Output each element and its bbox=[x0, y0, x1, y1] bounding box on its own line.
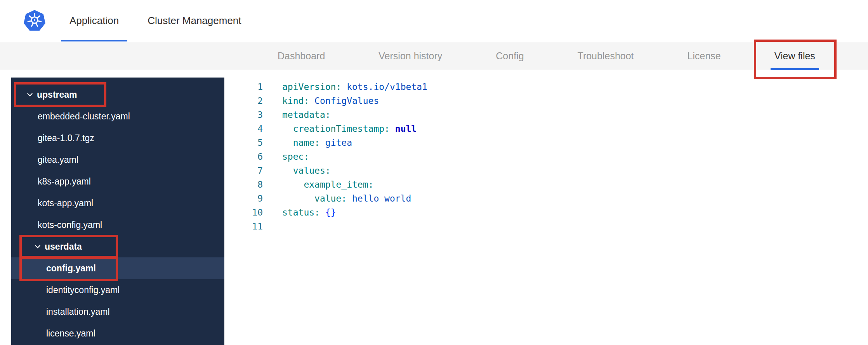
tree-item-label: k8s-app.yaml bbox=[38, 176, 91, 187]
tree-item-label: installation.yaml bbox=[46, 307, 110, 317]
code-line: 10status: {} bbox=[224, 205, 868, 219]
tree-item-label: upstream bbox=[37, 90, 77, 100]
subnav: DashboardVersion historyConfigTroublesho… bbox=[0, 42, 868, 70]
tree-item-label: kots-app.yaml bbox=[38, 198, 93, 209]
code-line: 7 values: bbox=[224, 164, 868, 178]
tree-file-config-yaml[interactable]: config.yaml bbox=[11, 257, 224, 279]
tab-label: Version history bbox=[378, 50, 442, 62]
tree-item-label: config.yaml bbox=[46, 263, 96, 274]
line-number: 5 bbox=[224, 136, 263, 150]
code-line: 2kind: ConfigValues bbox=[224, 94, 868, 108]
code-line: 11 bbox=[224, 219, 868, 233]
tree-item-label: embedded-cluster.yaml bbox=[38, 111, 130, 122]
yaml-editor[interactable]: 1apiVersion: kots.io/v1beta12kind: Confi… bbox=[224, 78, 868, 345]
code-line: 6spec: bbox=[224, 150, 868, 164]
tab-cluster-management-label: Cluster Management bbox=[148, 15, 241, 27]
line-content: values: bbox=[263, 164, 331, 178]
tree-item-label: kots-config.yaml bbox=[38, 220, 102, 230]
line-number: 11 bbox=[224, 219, 263, 233]
code-lines: 1apiVersion: kots.io/v1beta12kind: Confi… bbox=[224, 80, 868, 233]
tab-view-files[interactable]: View files bbox=[771, 42, 819, 70]
tree-file-license-yaml[interactable]: license.yaml bbox=[11, 323, 224, 344]
line-number: 7 bbox=[224, 164, 263, 178]
tab-dashboard[interactable]: Dashboard bbox=[274, 42, 329, 70]
line-content: metadata: bbox=[263, 108, 331, 122]
code-line: 1apiVersion: kots.io/v1beta1 bbox=[224, 80, 868, 94]
code-line: 5 name: gitea bbox=[224, 136, 868, 150]
tab-application-label: Application bbox=[69, 15, 119, 27]
line-content: example_item: bbox=[263, 178, 373, 191]
tree-item-label: gitea-1.0.7.tgz bbox=[38, 133, 94, 143]
tab-config[interactable]: Config bbox=[492, 42, 528, 70]
chevron-down-icon bbox=[34, 243, 42, 250]
line-content: status: {} bbox=[263, 205, 336, 219]
code-line: 4 creationTimestamp: null bbox=[224, 122, 868, 136]
tree-file-kots-app-yaml[interactable]: kots-app.yaml bbox=[11, 192, 224, 214]
line-content: name: gitea bbox=[263, 136, 352, 150]
tab-license[interactable]: License bbox=[684, 42, 725, 70]
tab-cluster-management[interactable]: Cluster Management bbox=[139, 0, 250, 41]
code-line: 8 example_item: bbox=[224, 178, 868, 191]
tree-file-identityconfig-yaml[interactable]: identityconfig.yaml bbox=[11, 279, 224, 301]
tree-file-installation-yaml[interactable]: installation.yaml bbox=[11, 301, 224, 323]
line-content bbox=[263, 219, 282, 233]
kubernetes-logo-icon bbox=[23, 9, 46, 32]
file-tree: upstreamembedded-cluster.yamlgitea-1.0.7… bbox=[11, 84, 224, 344]
tab-application[interactable]: Application bbox=[61, 0, 127, 41]
line-number: 8 bbox=[224, 178, 263, 191]
tree-file-gitea-yaml[interactable]: gitea.yaml bbox=[11, 149, 224, 171]
line-content: creationTimestamp: null bbox=[263, 122, 417, 136]
tab-label: Troubleshoot bbox=[578, 50, 634, 62]
line-number: 3 bbox=[224, 108, 263, 122]
file-tree-sidebar: upstreamembedded-cluster.yamlgitea-1.0.7… bbox=[11, 78, 224, 345]
line-number: 4 bbox=[224, 122, 263, 136]
tree-file-embedded-cluster-yaml[interactable]: embedded-cluster.yaml bbox=[11, 105, 224, 127]
top-bar: Application Cluster Management bbox=[0, 0, 868, 41]
tree-file-kots-config-yaml[interactable]: kots-config.yaml bbox=[11, 214, 224, 236]
tree-file-k8s-app-yaml[interactable]: k8s-app.yaml bbox=[11, 171, 224, 192]
tab-label: Dashboard bbox=[278, 50, 325, 62]
kots-admin-console: Application Cluster Management Dashboard… bbox=[0, 0, 868, 345]
tree-file-gitea-1-0-7-tgz[interactable]: gitea-1.0.7.tgz bbox=[11, 127, 224, 149]
code-line: 9 value: hello world bbox=[224, 191, 868, 205]
tab-label: License bbox=[687, 50, 721, 62]
tab-label: View files bbox=[774, 50, 815, 62]
tree-folder-userdata[interactable]: userdata bbox=[11, 236, 224, 257]
tab-label: Config bbox=[496, 50, 524, 62]
line-number: 6 bbox=[224, 150, 263, 164]
header-tabs: Application Cluster Management bbox=[61, 0, 250, 41]
line-number: 10 bbox=[224, 205, 263, 219]
tab-version-history[interactable]: Version history bbox=[375, 42, 446, 70]
line-number: 9 bbox=[224, 191, 263, 205]
tab-troubleshoot[interactable]: Troubleshoot bbox=[574, 42, 638, 70]
code-line: 3metadata: bbox=[224, 108, 868, 122]
tree-folder-upstream[interactable]: upstream bbox=[11, 84, 224, 105]
line-content: apiVersion: kots.io/v1beta1 bbox=[263, 80, 427, 94]
tree-item-label: gitea.yaml bbox=[38, 155, 78, 165]
line-number: 2 bbox=[224, 94, 263, 108]
chevron-down-icon bbox=[26, 91, 34, 98]
tree-item-label: userdata bbox=[45, 242, 82, 252]
line-content: value: hello world bbox=[263, 191, 411, 205]
line-number: 1 bbox=[224, 80, 263, 94]
line-content: spec: bbox=[263, 150, 309, 164]
line-content: kind: ConfigValues bbox=[263, 94, 379, 108]
tree-item-label: license.yaml bbox=[46, 328, 95, 339]
tree-item-label: identityconfig.yaml bbox=[46, 285, 120, 295]
